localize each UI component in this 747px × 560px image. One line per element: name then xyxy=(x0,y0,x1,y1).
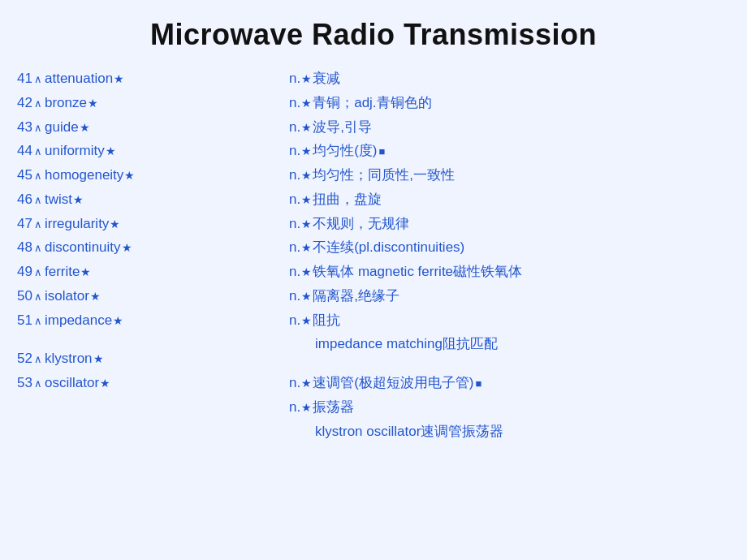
item-number: 46 xyxy=(8,187,32,212)
right-column: n.★衰减n.★青铜；adj.青铜色的n.★波导,引导n.★均匀性(度) ■n.… xyxy=(284,67,739,443)
star-icon: ★ xyxy=(114,69,124,89)
definition-item: n.★振荡器 xyxy=(284,395,739,420)
list-item: 51 ∧ impedance★ xyxy=(8,308,284,333)
list-item: 42 ∧ bronze★ xyxy=(8,91,284,115)
def-star-icon: ★ xyxy=(301,398,312,418)
list-item: 45 ∧ homogeneity★ xyxy=(8,163,284,187)
definition-item: n.★衰减 xyxy=(284,67,739,91)
item-number: 51 xyxy=(8,308,32,333)
item-number: 42 xyxy=(8,91,32,115)
star-icon: ★ xyxy=(93,349,104,369)
list-item: 49 ∧ ferrite★ xyxy=(8,260,284,284)
item-number: 47 xyxy=(8,212,32,236)
item-number: 50 xyxy=(8,284,32,308)
star-icon: ★ xyxy=(90,286,101,307)
star-icon: ★ xyxy=(122,238,132,258)
list-item: 53 ∧ oscillator★ xyxy=(8,371,284,395)
star-icon: ★ xyxy=(124,166,135,186)
list-item: 48 ∧ discontinuity★ xyxy=(8,235,284,260)
star-icon: ★ xyxy=(80,262,91,282)
def-star-icon: ★ xyxy=(301,166,312,186)
list-item: 47 ∧ irregularity★ xyxy=(8,212,284,236)
list-item: 41 ∧ attenuation★ xyxy=(8,67,284,91)
item-word: klystron xyxy=(45,347,93,371)
item-word: discontinuity xyxy=(45,235,121,260)
caret-icon: ∧ xyxy=(34,239,42,258)
item-number: 45 xyxy=(8,163,32,187)
main-content: 41 ∧ attenuation★ 42 ∧ bronze★ 43 ∧ guid… xyxy=(0,67,747,443)
caret-icon: ∧ xyxy=(34,95,42,114)
item-number: 48 xyxy=(8,235,32,260)
item-number: 49 xyxy=(8,260,32,284)
list-item: 44 ∧ uniformity★ xyxy=(8,139,284,163)
definition-item: n.★隔离器,绝缘子 xyxy=(284,284,739,308)
caret-icon: ∧ xyxy=(34,351,42,369)
item-number: 41 xyxy=(8,67,32,91)
def-star-icon: ★ xyxy=(301,69,312,89)
item-word: attenuation xyxy=(45,67,113,91)
caret-icon: ∧ xyxy=(34,264,42,282)
def-star-icon: ★ xyxy=(301,262,312,282)
item-word: twist xyxy=(45,187,72,212)
definition-item: n.★不连续(pl.discontinuities) xyxy=(284,235,739,260)
definition-item: n.★不规则，无规律 xyxy=(284,212,739,236)
list-item: 43 ∧ guide★ xyxy=(8,115,284,140)
star-icon: ★ xyxy=(113,311,123,331)
item-number: 43 xyxy=(8,115,32,140)
star-icon: ★ xyxy=(73,190,84,210)
definition-item: n.★铁氧体 magnetic ferrite磁性铁氧体 xyxy=(284,260,739,284)
item-word: isolator xyxy=(45,284,89,308)
definition-item: n.★速调管(极超短波用电子管) ■ xyxy=(284,371,739,395)
definition-item: n.★青铜；adj.青铜色的 xyxy=(284,91,739,115)
star-icon: ★ xyxy=(110,214,120,235)
def-star-icon: ★ xyxy=(301,286,312,307)
left-column: 41 ∧ attenuation★ 42 ∧ bronze★ 43 ∧ guid… xyxy=(8,67,284,443)
item-word: homogeneity xyxy=(45,163,123,187)
definition-item: n.★阻抗 xyxy=(284,308,739,333)
caret-icon: ∧ xyxy=(34,375,42,394)
definition-item: n.★波导,引导 xyxy=(284,115,739,140)
def-star-icon: ★ xyxy=(301,238,312,258)
definition-item: n.★均匀性；同质性,一致性 xyxy=(284,163,739,187)
page-title: Microwave Radio Transmission xyxy=(0,0,747,67)
caret-icon: ∧ xyxy=(34,71,42,89)
item-word: impedance xyxy=(45,308,112,333)
item-word: irregularity xyxy=(45,212,109,236)
item-word: ferrite xyxy=(45,260,80,284)
star-icon: ★ xyxy=(88,93,98,114)
def-star-icon: ★ xyxy=(301,373,312,394)
caret-icon: ∧ xyxy=(34,288,42,307)
list-item: 46 ∧ twist★ xyxy=(8,187,284,212)
caret-icon: ∧ xyxy=(34,167,42,186)
def-star-icon: ★ xyxy=(301,118,312,138)
def-star-icon: ★ xyxy=(301,214,312,235)
caret-icon: ∧ xyxy=(34,119,42,138)
definition-item: n.★均匀性(度) ■ xyxy=(284,139,739,163)
item-word: guide xyxy=(45,115,79,140)
star-icon: ★ xyxy=(106,141,116,162)
caret-icon: ∧ xyxy=(34,143,42,162)
list-item xyxy=(8,332,284,347)
star-icon: ★ xyxy=(100,373,110,394)
item-number: 52 xyxy=(8,347,32,371)
definition-item: n.★扭曲，盘旋 xyxy=(284,187,739,212)
extra-definition: klystron oscillator速调管振荡器 xyxy=(284,420,739,444)
extra-definition: impedance matching阻抗匹配 xyxy=(284,332,739,356)
def-star-icon: ★ xyxy=(301,141,312,162)
list-item: 50 ∧ isolator★ xyxy=(8,284,284,308)
item-number: 53 xyxy=(8,371,32,395)
def-star-icon: ★ xyxy=(301,93,312,114)
def-star-icon: ★ xyxy=(301,190,312,210)
star-icon: ★ xyxy=(80,118,90,138)
def-star-icon: ★ xyxy=(301,311,312,331)
square-icon: ■ xyxy=(379,143,386,162)
definition-item xyxy=(284,356,739,371)
item-number: 44 xyxy=(8,139,32,163)
square-icon: ■ xyxy=(476,375,482,394)
item-word: bronze xyxy=(45,91,87,115)
caret-icon: ∧ xyxy=(34,312,42,331)
list-item: 52 ∧ klystron★ xyxy=(8,347,284,371)
item-word: oscillator xyxy=(45,371,99,395)
caret-icon: ∧ xyxy=(34,216,42,235)
caret-icon: ∧ xyxy=(34,192,42,210)
